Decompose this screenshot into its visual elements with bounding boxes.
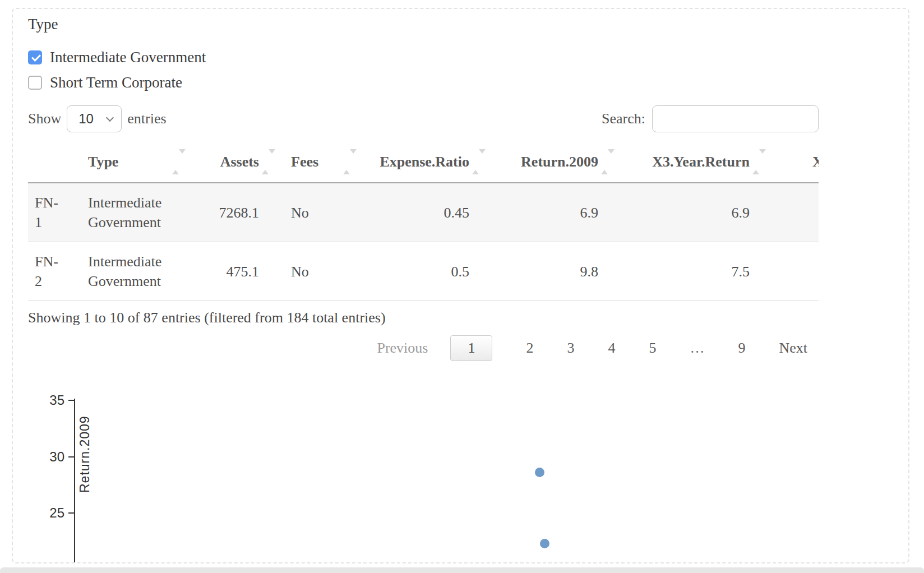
- column-header-label: Expense.Ratio: [380, 154, 469, 170]
- checkbox-row-short-term-corporate: Short Term Corporate: [28, 70, 819, 95]
- table-cell: 9.8: [495, 242, 623, 301]
- table-cell: 7268.1: [195, 183, 284, 242]
- sort-asc-icon: [343, 154, 350, 174]
- sort-asc-icon: [262, 154, 269, 174]
- checkbox-row-intermediate-government: Intermediate Government: [28, 45, 819, 70]
- sort-asc-icon: [601, 154, 608, 174]
- page-item-next[interactable]: Next: [779, 340, 807, 357]
- table-cell: 6.9: [495, 183, 623, 242]
- table-cell: [775, 242, 819, 301]
- y-tick-label: 30: [36, 448, 64, 466]
- sort-arrows-icon: [752, 153, 766, 171]
- table-cell: Intermediate Government: [82, 183, 195, 242]
- column-header-fees[interactable]: Fees: [284, 142, 366, 183]
- page-item-5[interactable]: 5: [649, 340, 656, 357]
- table-cell: 475.1: [195, 242, 284, 301]
- column-header-x[interactable]: X: [775, 142, 819, 183]
- table-header-row: TypeAssetsFeesExpense.RatioReturn.2009X3…: [28, 142, 819, 183]
- table-cell: 0.5: [366, 242, 495, 301]
- column-header-expense-ratio[interactable]: Expense.Ratio: [366, 142, 495, 183]
- y-tick-label: 20: [36, 561, 64, 564]
- sort-desc-icon: [759, 149, 766, 170]
- data-point: [535, 468, 544, 477]
- column-header-return-2009[interactable]: Return.2009: [495, 142, 623, 183]
- table-row: FN-2Intermediate Government475.1No0.59.8…: [28, 242, 819, 301]
- column-header-label: Assets: [220, 154, 259, 170]
- y-axis-tick: [68, 400, 74, 401]
- search-control: Search:: [602, 105, 819, 132]
- scatter-plot: Return.2009 35302520: [28, 372, 819, 563]
- y-tick-label: 25: [36, 504, 64, 522]
- show-label: Show: [28, 110, 61, 127]
- checkbox-short-term-corporate[interactable]: [28, 76, 42, 90]
- page-item-1[interactable]: 1: [450, 335, 492, 361]
- table-cell: No: [284, 242, 366, 301]
- column-header-assets[interactable]: Assets: [195, 142, 284, 183]
- column-header-label: X3.Year.Return: [652, 154, 750, 170]
- sort-arrows-icon: [262, 153, 275, 171]
- page-item-blank: …: [690, 340, 704, 357]
- checkbox-label: Short Term Corporate: [50, 74, 182, 91]
- y-axis-tick: [68, 456, 74, 458]
- column-header-type[interactable]: Type: [82, 142, 195, 183]
- sort-asc-icon: [752, 154, 759, 174]
- y-axis-title: Return.2009: [77, 398, 93, 493]
- page-item-2[interactable]: 2: [526, 340, 533, 357]
- data-point: [540, 539, 549, 548]
- checkbox-label: Intermediate Government: [50, 49, 206, 66]
- checkbox-group-label: Type: [28, 15, 819, 34]
- page-length-select[interactable]: 10: [67, 105, 122, 132]
- column-header-label: Type: [88, 154, 118, 170]
- page-item-9[interactable]: 9: [738, 340, 745, 357]
- table-cell: FN-2: [28, 242, 82, 301]
- table-cell: 7.5: [623, 242, 775, 301]
- y-tick-label: 35: [36, 391, 64, 409]
- checkbox-group: Intermediate GovernmentShort Term Corpor…: [28, 45, 819, 95]
- checkbox-intermediate-government[interactable]: [28, 50, 42, 64]
- table-cell: No: [284, 183, 366, 242]
- pagination: Previous12345…9Next: [28, 334, 819, 363]
- sort-arrows-icon: [343, 153, 357, 171]
- sort-desc-icon: [350, 149, 357, 170]
- page-item-3[interactable]: 3: [567, 340, 574, 357]
- data-table-wrap: TypeAssetsFeesExpense.RatioReturn.2009X3…: [28, 142, 819, 301]
- sort-desc-icon: [479, 149, 486, 170]
- page-length-wrap: 10: [67, 105, 122, 132]
- y-axis-tick: [68, 512, 74, 514]
- column-header-rowname: [28, 142, 82, 183]
- table-cell: [775, 183, 819, 242]
- sort-arrows-icon: [601, 153, 615, 171]
- search-input[interactable]: [652, 105, 819, 132]
- table-cell: 6.9: [623, 183, 775, 242]
- filter-table-panel: Type Intermediate GovernmentShort Term C…: [12, 8, 909, 563]
- page-item-4[interactable]: 4: [608, 340, 615, 357]
- data-table: TypeAssetsFeesExpense.RatioReturn.2009X3…: [28, 142, 819, 301]
- column-header-label: Return.2009: [521, 154, 598, 170]
- sort-arrows-icon: [172, 153, 186, 171]
- column-header-label: Fees: [291, 154, 318, 170]
- column-header-label: X: [812, 154, 819, 170]
- entries-label: entries: [127, 110, 166, 127]
- sort-arrows-icon: [472, 153, 486, 171]
- sort-desc-icon: [269, 149, 275, 170]
- table-row: FN-1Intermediate Government7268.1No0.456…: [28, 183, 819, 242]
- table-cell: Intermediate Government: [82, 242, 195, 301]
- page-length-control: Show 10 entries: [28, 105, 167, 132]
- bottom-panel-edge: [0, 567, 924, 573]
- sort-desc-icon: [179, 149, 186, 170]
- search-label: Search:: [602, 110, 645, 127]
- sort-asc-icon: [172, 154, 179, 174]
- table-controls: Show 10 entries Search:: [28, 105, 819, 132]
- sort-desc-icon: [608, 149, 615, 170]
- column-header-x3-year-return[interactable]: X3.Year.Return: [623, 142, 775, 183]
- page-item-previous[interactable]: Previous: [377, 340, 428, 357]
- table-cell: 0.45: [366, 183, 495, 242]
- table-info: Showing 1 to 10 of 87 entries (filtered …: [28, 308, 819, 327]
- y-axis-line: [74, 399, 75, 563]
- table-cell: FN-1: [28, 183, 82, 242]
- sort-asc-icon: [472, 154, 479, 174]
